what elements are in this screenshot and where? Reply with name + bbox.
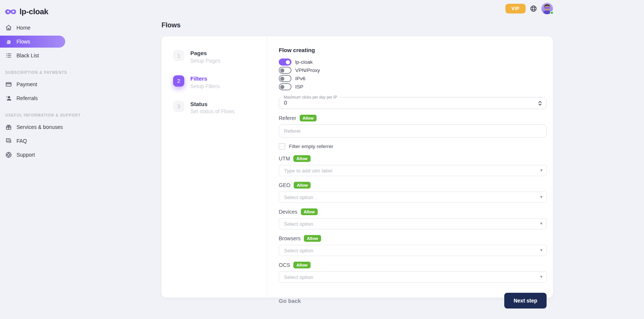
svg-text:?!: ?! [7, 139, 9, 141]
filter-empty-referrer-checkbox[interactable] [279, 143, 285, 150]
faq-bubble-icon: ?! [5, 138, 12, 144]
geo-label-row: GEO Allow [279, 182, 547, 189]
referer-input[interactable] [279, 124, 547, 138]
sidebar-item-label: Home [16, 25, 30, 31]
toggle-row-ipv6[interactable]: IPv6 [279, 75, 547, 82]
sidebar-item-label: Flows [16, 39, 30, 45]
step-status[interactable]: 3 Status Set status of Flows [173, 101, 267, 115]
next-step-button[interactable]: Next step [504, 293, 547, 309]
toggle-label: IPv6 [295, 76, 305, 81]
vpn-proxy-toggle[interactable] [279, 67, 291, 74]
brand-logo[interactable]: lp-cloak [0, 0, 65, 18]
sidebar-item-label: FAQ [16, 138, 27, 144]
step-title: Filters [190, 76, 220, 82]
stepper: 1 Pages Setup Pages 2 Filters Setup Filt… [161, 36, 267, 298]
ipv6-toggle[interactable] [279, 75, 291, 82]
globe-icon[interactable] [530, 5, 537, 12]
vip-button[interactable]: VIP [505, 4, 526, 13]
step-subtitle: Setup Pages [190, 58, 220, 64]
sidebar-item-home[interactable]: Home [0, 22, 65, 34]
utm-label: UTM [279, 156, 290, 162]
sidebar-item-flows[interactable]: Flows [0, 36, 65, 48]
step-subtitle: Set status of Flows [190, 108, 235, 114]
ocs-label-row: OCS Allow [279, 262, 547, 268]
sidebar-item-label: Black List [16, 52, 39, 58]
sidebar-item-services[interactable]: Services & bonuses [0, 121, 65, 133]
toggle-label: VPN/Proxy [295, 67, 320, 73]
sidebar-item-label: Support [16, 152, 35, 158]
step-filters[interactable]: 2 Filters Setup Filters [173, 75, 267, 89]
form-footer: Go back Next step [279, 293, 547, 309]
geo-label: GEO [279, 182, 290, 188]
toggle-row-vpn-proxy[interactable]: VPN/Proxy [279, 66, 547, 74]
flows-stack-icon [5, 38, 12, 45]
go-back-button[interactable]: Go back [279, 298, 301, 304]
max-clicks-input[interactable] [279, 98, 546, 107]
referer-label-row: Referer Allow [279, 115, 547, 121]
checkbox-label: Filter empty referrer [289, 144, 333, 149]
page-title: Flows [161, 21, 181, 29]
geo-select[interactable] [279, 192, 547, 203]
header-actions: VIP [505, 3, 553, 14]
devices-select[interactable] [279, 218, 547, 229]
geo-allow-badge[interactable]: Allow [294, 182, 311, 189]
referer-allow-badge[interactable]: Allow [300, 115, 317, 121]
form-title: Flow creating [279, 47, 547, 53]
sidebar-item-label: Payment [16, 81, 37, 87]
sidebar-section-support: USEFUL INFORMATION & SUPPORT [0, 113, 63, 117]
step-title: Status [190, 101, 235, 107]
sidebar-section-subscription: SUBSCRIPTION & PAYMENTS [0, 70, 63, 75]
flow-card: 1 Pages Setup Pages 2 Filters Setup Filt… [161, 36, 553, 298]
sidebar-item-support[interactable]: Support [0, 149, 65, 161]
mask-icon [5, 7, 16, 16]
step-number: 1 [173, 50, 184, 61]
sidebar-item-referrals[interactable]: Referrals [0, 92, 65, 104]
browsers-label-row: Browsers Allow [279, 235, 547, 242]
sidebar-item-label: Referrals [16, 95, 38, 101]
step-pages[interactable]: 1 Pages Setup Pages [173, 50, 267, 64]
toggle-label: ISP [295, 84, 303, 90]
sidebar-item-black-list[interactable]: Black List [0, 49, 65, 61]
ocs-select[interactable] [279, 271, 547, 283]
toggle-label: lp-cloak [295, 59, 313, 65]
number-stepper-icon[interactable] [538, 100, 542, 108]
home-icon [5, 24, 12, 31]
list-icon [5, 52, 12, 59]
brand-name: lp-cloak [19, 7, 48, 16]
online-status-dot [550, 11, 554, 15]
utm-allow-badge[interactable]: Allow [293, 155, 310, 162]
devices-label-row: Devices Allow [279, 208, 547, 215]
step-subtitle: Setup Filters [190, 83, 220, 89]
sidebar-item-faq[interactable]: ?! FAQ [0, 135, 65, 147]
browsers-allow-badge[interactable]: Allow [304, 235, 321, 242]
browsers-label: Browsers [279, 235, 300, 241]
referer-label: Referer [279, 115, 296, 121]
step-title: Pages [190, 50, 220, 56]
gift-icon [5, 124, 12, 130]
avatar[interactable] [541, 3, 553, 14]
lp-cloak-toggle[interactable] [279, 58, 291, 66]
devices-label: Devices [279, 209, 297, 215]
lifebuoy-icon [5, 151, 12, 158]
sidebar-item-payment[interactable]: Payment [0, 78, 65, 90]
sidebar-item-label: Services & bonuses [16, 124, 63, 130]
step-number: 2 [173, 75, 184, 87]
max-clicks-field: Maximum clicks per day per IP [279, 95, 547, 109]
isp-toggle[interactable] [279, 83, 291, 90]
devices-allow-badge[interactable]: Allow [301, 208, 318, 215]
browsers-select[interactable] [279, 245, 547, 256]
sidebar-nav: Home Flows Black List SUBSCRIPTION & PAY… [0, 22, 65, 161]
step-number: 3 [173, 101, 184, 112]
credit-card-icon [5, 81, 12, 88]
flow-creating-form: Flow creating lp-cloak VPN/Proxy IPv6 IS… [267, 36, 553, 298]
ocs-allow-badge[interactable]: Allow [293, 262, 310, 268]
toggle-row-lp-cloak[interactable]: lp-cloak [279, 58, 547, 66]
person-add-icon [5, 95, 12, 102]
filter-empty-referrer-row[interactable]: Filter empty referrer [279, 143, 547, 150]
sidebar: lp-cloak Home Flows Black List SUBSCRIPT… [0, 0, 65, 319]
toggle-row-isp[interactable]: ISP [279, 83, 547, 91]
utm-input[interactable] [279, 165, 547, 176]
ocs-label: OCS [279, 262, 290, 268]
utm-label-row: UTM Allow [279, 155, 547, 162]
